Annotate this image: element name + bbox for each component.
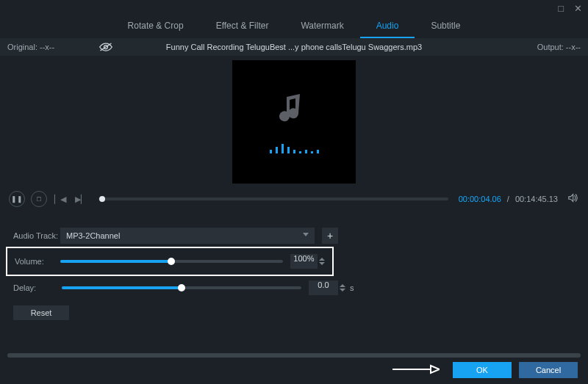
delay-thumb[interactable] bbox=[178, 284, 185, 291]
volume-slider[interactable] bbox=[60, 260, 283, 263]
audio-track-select[interactable]: MP3-2Channel bbox=[60, 228, 315, 244]
pause-button[interactable]: ❚❚ bbox=[9, 191, 25, 207]
tab-bar: Rotate & Crop Effect & Filter Watermark … bbox=[0, 0, 588, 38]
seek-thumb[interactable] bbox=[99, 196, 105, 202]
visibility-toggle-icon[interactable] bbox=[98, 42, 113, 52]
audio-settings: Audio Track: MP3-2Channel + Volume: 100%… bbox=[0, 211, 588, 320]
tab-subtitle[interactable]: Subtitle bbox=[415, 16, 476, 38]
volume-thumb[interactable] bbox=[168, 258, 175, 265]
equalizer-icon bbox=[270, 142, 319, 153]
audio-preview bbox=[232, 60, 356, 184]
cancel-button[interactable]: Cancel bbox=[519, 362, 578, 378]
volume-label: Volume: bbox=[15, 257, 59, 266]
delay-label: Delay: bbox=[13, 283, 60, 292]
delay-stepper[interactable] bbox=[340, 284, 345, 291]
add-audio-track-button[interactable]: + bbox=[322, 228, 338, 244]
stop-button[interactable]: □ bbox=[31, 191, 47, 207]
horizontal-scrollbar[interactable] bbox=[7, 353, 581, 358]
speaker-icon[interactable] bbox=[568, 193, 579, 205]
audio-track-value: MP3-2Channel bbox=[66, 231, 120, 240]
volume-stepper[interactable] bbox=[319, 258, 325, 265]
maximize-button[interactable]: □ bbox=[558, 3, 564, 14]
delay-suffix: s bbox=[350, 283, 354, 292]
chevron-down-icon bbox=[303, 233, 309, 236]
volume-value[interactable]: 100% bbox=[290, 254, 318, 269]
tab-watermark[interactable]: Watermark bbox=[284, 16, 359, 38]
ok-button[interactable]: OK bbox=[453, 362, 512, 378]
original-dimensions: Original: --x-- bbox=[7, 43, 54, 51]
reset-button[interactable]: Reset bbox=[13, 305, 69, 320]
delay-up[interactable] bbox=[340, 284, 345, 287]
output-dimensions: Output: --x-- bbox=[537, 43, 581, 51]
current-filename: Funny Call Recording TeluguBest ...y pho… bbox=[166, 43, 422, 51]
delay-down[interactable] bbox=[340, 289, 345, 291]
playback-bar: ❚❚ □ ▏◀ ▶▏ 00:00:04.06/00:14:45.13 bbox=[0, 184, 588, 211]
seek-slider[interactable] bbox=[98, 198, 448, 200]
tab-effect-filter[interactable]: Effect & Filter bbox=[200, 16, 285, 38]
time-total: 00:14:45.13 bbox=[515, 195, 558, 203]
next-frame-button[interactable]: ▶▏ bbox=[74, 195, 88, 204]
close-button[interactable]: ✕ bbox=[574, 3, 582, 14]
volume-up[interactable] bbox=[319, 258, 325, 261]
delay-slider[interactable] bbox=[62, 286, 301, 289]
volume-row-highlight: Volume: 100% bbox=[6, 247, 334, 276]
scrollbar-thumb[interactable] bbox=[7, 353, 581, 358]
volume-down[interactable] bbox=[319, 262, 325, 265]
prev-frame-button[interactable]: ▏◀ bbox=[53, 195, 68, 204]
delay-value[interactable]: 0.0 bbox=[309, 280, 338, 295]
svg-marker-2 bbox=[431, 366, 440, 373]
audio-track-label: Audio Track: bbox=[13, 231, 60, 240]
arrow-annotation bbox=[391, 364, 440, 377]
time-separator: / bbox=[507, 195, 509, 203]
tab-rotate-crop[interactable]: Rotate & Crop bbox=[112, 16, 200, 38]
info-bar: Original: --x-- Funny Call Recording Tel… bbox=[0, 38, 588, 56]
tab-audio[interactable]: Audio bbox=[360, 16, 415, 38]
music-note-icon bbox=[279, 91, 309, 128]
time-current: 00:00:04.06 bbox=[459, 195, 501, 203]
